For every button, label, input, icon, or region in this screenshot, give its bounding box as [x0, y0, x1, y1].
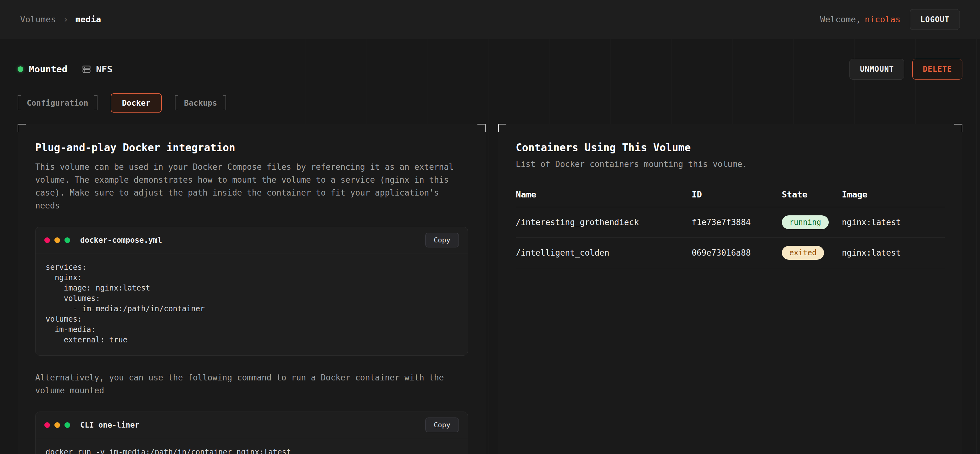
status-badge: exited	[782, 246, 824, 260]
tab-backups[interactable]: Backups	[175, 95, 226, 110]
docker-panel-title: Plug-and-play Docker integration	[35, 141, 468, 154]
tab-docker-label: Docker	[122, 98, 150, 108]
window-dot-green-icon	[64, 422, 70, 428]
docker-integration-panel: Plug-and-play Docker integration This vo…	[18, 124, 485, 454]
container-image: nginx:latest	[842, 207, 945, 238]
cli-code-card: CLI one-liner Copy docker run -v im-medi…	[35, 411, 468, 454]
breadcrumb: Volumes › media	[20, 14, 101, 25]
table-row: /interesting_grothendieck f1e73e7f3884 r…	[516, 207, 945, 238]
breadcrumb-volumes-link[interactable]: Volumes	[20, 14, 56, 24]
bracket-left-icon	[175, 95, 178, 110]
nfs-server-icon	[82, 65, 91, 74]
window-dot-green-icon	[64, 237, 70, 243]
window-dot-amber-icon	[54, 422, 60, 428]
username-text: nicolas	[865, 14, 901, 24]
containers-panel-title: Containers Using This Volume	[516, 141, 945, 154]
welcome-text: Welcome,	[820, 14, 861, 24]
tab-backups-label: Backups	[184, 98, 217, 108]
unmount-button[interactable]: UNMOUNT	[850, 59, 904, 79]
container-id: 069e73016a88	[692, 238, 781, 268]
status-badge: running	[782, 215, 829, 229]
mounted-status-dot	[18, 66, 23, 72]
logout-button[interactable]: LOGOUT	[910, 9, 960, 30]
panel-corner	[477, 124, 485, 132]
column-header-id: ID	[692, 184, 781, 207]
window-dot-red-icon	[45, 422, 50, 428]
cli-intro-text: Alternatively, you can use the following…	[35, 371, 463, 397]
bracket-right-icon	[94, 95, 97, 110]
table-header-row: Name ID State Image	[516, 184, 945, 207]
delete-button[interactable]: DELETE	[912, 59, 963, 79]
volume-actions: UNMOUNT DELETE	[850, 59, 963, 79]
tab-configuration[interactable]: Configuration	[18, 95, 97, 110]
container-image: nginx:latest	[842, 238, 945, 268]
breadcrumb-current-page: media	[75, 14, 101, 24]
panel-corner	[18, 124, 26, 132]
compose-code-header: docker-compose.yml Copy	[35, 227, 468, 253]
compose-code-card: docker-compose.yml Copy services: nginx:…	[35, 227, 468, 356]
column-header-name: Name	[516, 184, 692, 207]
main-content: Mounted NFS UNMOUNT DELETE Configuration	[0, 57, 980, 442]
compose-code-content: services: nginx: image: nginx:latest vol…	[35, 253, 468, 355]
container-name: /interesting_grothendieck	[516, 207, 692, 238]
containers-panel-subtitle: List of Docker containers mounting this …	[516, 159, 945, 169]
volume-status-row: Mounted NFS UNMOUNT DELETE	[18, 57, 963, 82]
volume-tabs: Configuration Docker Backups	[18, 91, 963, 114]
compose-filename: docker-compose.yml	[80, 236, 162, 244]
column-header-image: Image	[842, 184, 945, 207]
mounted-status-label: Mounted	[29, 64, 67, 75]
container-id: f1e73e7f3884	[692, 207, 781, 238]
column-header-state: State	[782, 184, 842, 207]
window-dot-amber-icon	[54, 237, 60, 243]
containers-panel: Containers Using This Volume List of Doc…	[498, 124, 963, 454]
panel-corner	[498, 124, 506, 132]
volume-type-label: NFS	[96, 64, 112, 75]
window-dot-red-icon	[45, 237, 50, 243]
table-row: /intelligent_colden 069e73016a88 exited …	[516, 238, 945, 268]
cli-code-content: docker run -v im-media:/path/in/containe…	[35, 438, 468, 454]
cli-filename: CLI one-liner	[80, 421, 139, 430]
container-name: /intelligent_colden	[516, 238, 692, 268]
containers-table: Name ID State Image /interesting_grothen…	[516, 184, 945, 268]
compose-copy-button[interactable]: Copy	[425, 233, 459, 248]
header-right: Welcome, nicolas LOGOUT	[820, 9, 960, 30]
bracket-right-icon	[223, 95, 226, 110]
panels-container: Plug-and-play Docker integration This vo…	[18, 124, 963, 442]
bracket-left-icon	[18, 95, 21, 110]
tab-docker[interactable]: Docker	[111, 94, 162, 113]
cli-copy-button[interactable]: Copy	[425, 417, 459, 432]
breadcrumb-separator-icon: ›	[63, 14, 68, 25]
cli-code-header: CLI one-liner Copy	[35, 412, 468, 438]
volume-type: NFS	[82, 64, 112, 75]
tab-configuration-label: Configuration	[27, 98, 88, 108]
panel-corner	[954, 124, 963, 132]
top-bar: Volumes › media Welcome, nicolas LOGOUT	[0, 0, 980, 39]
docker-panel-description: This volume can be used in your Docker C…	[35, 161, 463, 212]
